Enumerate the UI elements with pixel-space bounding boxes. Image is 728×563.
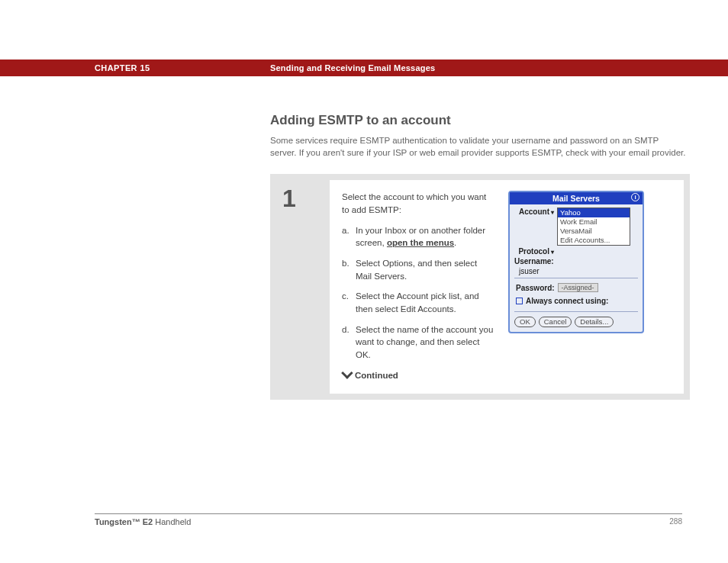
substep-d: d. Select the name of the account you wa… xyxy=(342,323,494,362)
info-icon[interactable]: i xyxy=(631,193,639,201)
step-lead: Select the account to which you want to … xyxy=(342,191,494,216)
mail-servers-dialog: Mail Servers i Account Yahoo Work Email … xyxy=(508,191,644,333)
chapter-title: Sending and Receiving Email Messages xyxy=(270,63,435,72)
page-number: 288 xyxy=(669,517,682,526)
page-footer: Tungsten™ E2 Handheld 288 xyxy=(95,513,682,526)
picklist-item-work[interactable]: Work Email xyxy=(558,217,630,227)
password-value[interactable]: -Assigned- xyxy=(558,283,598,292)
step-instructions: Select the account to which you want to … xyxy=(342,191,494,381)
substep-c: c. Select the Account pick list, and the… xyxy=(342,290,494,315)
details-button[interactable]: Details... xyxy=(575,317,614,327)
substep-b: b. Select Options, and then select Mail … xyxy=(342,257,494,282)
section-intro: Some services require ESMTP authenticati… xyxy=(270,134,686,159)
always-connect-label: Always connect using: xyxy=(526,297,608,305)
substep-a: a. In your Inbox or on another folder sc… xyxy=(342,224,494,249)
chapter-number: CHAPTER 15 xyxy=(95,63,270,72)
cancel-button[interactable]: Cancel xyxy=(539,317,572,327)
protocol-label[interactable]: Protocol xyxy=(514,247,557,256)
always-connect-checkbox[interactable] xyxy=(516,298,523,304)
picklist-item-versamail[interactable]: VersaMail xyxy=(558,227,630,236)
step-panel: 1 Select the account to which you want t… xyxy=(270,174,690,400)
picklist-item-edit[interactable]: Edit Accounts... xyxy=(558,236,630,245)
account-picklist[interactable]: Yahoo Work Email VersaMail Edit Accounts… xyxy=(557,208,630,246)
username-value: jsuser xyxy=(514,267,638,275)
picklist-item-yahoo[interactable]: Yahoo xyxy=(558,208,630,217)
dialog-title: Mail Servers i xyxy=(510,192,643,204)
username-label: Username: xyxy=(514,257,557,265)
section-heading: Adding ESMTP to an account xyxy=(270,113,686,128)
continued-indicator: Continued xyxy=(342,369,494,382)
account-label[interactable]: Account xyxy=(514,208,557,216)
ok-button[interactable]: OK xyxy=(514,317,536,327)
chapter-header: CHAPTER 15 Sending and Receiving Email M… xyxy=(0,60,728,76)
step-number: 1 xyxy=(276,180,330,213)
product-name: Tungsten™ E2 Handheld xyxy=(95,517,191,526)
password-label: Password: xyxy=(516,284,555,292)
open-menus-link[interactable]: open the menus xyxy=(387,238,454,247)
